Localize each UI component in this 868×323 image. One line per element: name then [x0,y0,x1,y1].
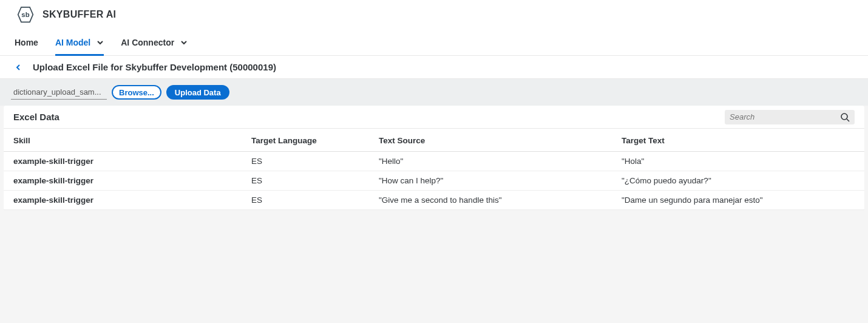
svg-point-1 [841,114,847,120]
header-target-language[interactable]: Target Language [242,129,369,152]
nav-label-home: Home [15,38,38,47]
table-header-row: Skill Target Language Text Source Target… [4,129,864,152]
nav-item-home[interactable]: Home [15,29,38,55]
table-row[interactable]: example-skill-triggerES"Give me a second… [4,191,864,210]
brand-logo: sb [17,6,34,23]
browse-button[interactable]: Browse... [112,85,161,100]
chevron-down-icon [97,39,104,46]
header-text-source[interactable]: Text Source [369,129,612,152]
excel-data-panel: Excel Data Skill Target Language Text So… [4,106,864,210]
cell-target-language: ES [242,191,369,210]
search-box[interactable] [725,110,855,124]
brand-bar: sb SKYBUFFER AI [0,0,868,29]
title-bar: Upload Excel File for Skybuffer Developm… [0,56,868,79]
header-skill[interactable]: Skill [4,129,242,152]
brand-logo-text: sb [21,11,29,18]
table-row[interactable]: example-skill-triggerES"Hello""Hola" [4,152,864,171]
cell-skill: example-skill-trigger [4,191,242,210]
cell-target-text: "Hola" [612,152,864,171]
nav-item-ai-model[interactable]: AI Model [55,29,104,55]
cell-target-text: "¿Cómo puedo ayudar?" [612,171,864,191]
cell-target-language: ES [242,171,369,191]
chevron-down-icon [180,39,188,46]
nav-label-ai-connector: AI Connector [121,38,174,47]
selected-file-name[interactable] [11,85,107,100]
cell-skill: example-skill-trigger [4,152,242,171]
svg-line-2 [847,119,849,121]
cell-target-text: "Dame un segundo para manejar esto" [612,191,864,210]
table-row[interactable]: example-skill-triggerES"How can I help?"… [4,171,864,191]
cell-text-source: "Hello" [369,152,612,171]
cell-skill: example-skill-trigger [4,171,242,191]
main-nav: Home AI Model AI Connector [0,29,868,56]
nav-item-ai-connector[interactable]: AI Connector [121,29,188,55]
upload-toolbar: Browse... Upload Data [0,79,868,106]
upload-data-button[interactable]: Upload Data [166,85,229,100]
cell-text-source: "Give me a second to handle this" [369,191,612,210]
cell-text-source: "How can I help?" [369,171,612,191]
excel-data-table: Skill Target Language Text Source Target… [4,129,864,210]
search-icon[interactable] [840,112,850,122]
page-title: Upload Excel File for Skybuffer Developm… [33,62,276,72]
nav-label-ai-model: AI Model [55,38,90,47]
header-target-text[interactable]: Target Text [612,129,864,152]
cell-target-language: ES [242,152,369,171]
panel-header: Excel Data [4,106,864,129]
brand-title: SKYBUFFER AI [42,9,116,20]
search-input[interactable] [730,112,836,121]
panel-title: Excel Data [13,112,59,122]
back-button[interactable] [12,61,24,73]
